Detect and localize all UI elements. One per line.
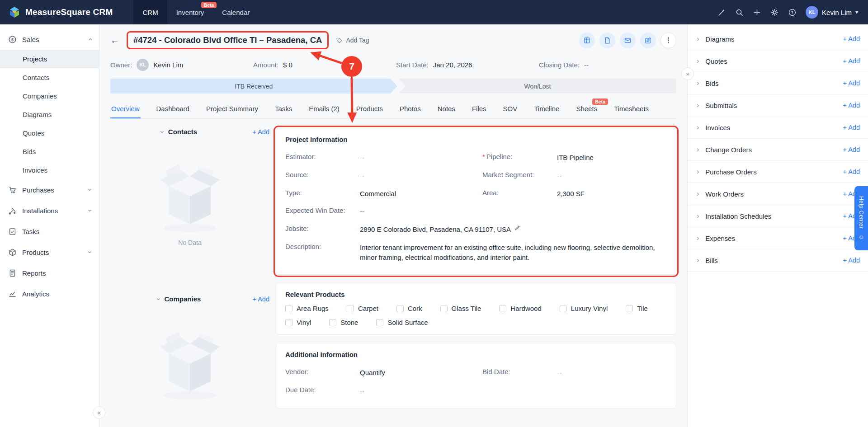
start-date-value[interactable]: Jan 20, 2026 xyxy=(433,61,472,69)
field-value[interactable]: ITB Pipeline xyxy=(557,153,594,163)
tab-notes[interactable]: Notes xyxy=(437,100,456,118)
nav-crm[interactable]: CRM xyxy=(133,0,167,24)
panel-row-diagrams[interactable]: ›Diagrams+ Add xyxy=(688,28,868,50)
add-company-button[interactable]: + Add xyxy=(253,296,270,303)
more-options-button[interactable] xyxy=(660,33,676,48)
checkbox-cork[interactable]: Cork xyxy=(396,305,422,312)
checkbox-vinyl[interactable]: Vinyl xyxy=(285,319,311,326)
amount-value[interactable]: $ 0 xyxy=(283,61,292,69)
sidebar-item-companies[interactable]: Companies xyxy=(0,87,99,105)
field-value[interactable]: Interior tenant improvement for an exist… xyxy=(360,243,667,263)
add-bid-button[interactable]: + Add xyxy=(843,80,860,87)
panel-row-expenses[interactable]: ›Expenses+ Add xyxy=(688,227,868,249)
sidebar-item-contacts[interactable]: Contacts xyxy=(0,68,99,87)
chevron-down-icon[interactable]: › xyxy=(159,131,166,133)
chevron-down-icon[interactable]: › xyxy=(155,298,162,300)
field-value[interactable]: -- xyxy=(557,171,561,181)
checkbox-area-rugs[interactable]: Area Rugs xyxy=(285,305,329,312)
add-bill-button[interactable]: + Add xyxy=(843,257,860,264)
panel-row-installation-schedules[interactable]: ›Installation Schedules+ Add xyxy=(688,205,868,227)
sidebar-item-bids[interactable]: Bids xyxy=(0,142,99,161)
tab-tasks[interactable]: Tasks xyxy=(274,100,293,118)
checkbox-tile[interactable]: Tile xyxy=(626,305,648,312)
help-center-tab[interactable]: Help Center ☺ xyxy=(854,186,868,250)
add-quote-button[interactable]: + Add xyxy=(843,57,860,65)
back-arrow-icon[interactable]: ← xyxy=(110,35,119,46)
chevron-right-icon[interactable]: › xyxy=(697,123,699,131)
sidebar-section-installations[interactable]: Installations › xyxy=(0,200,99,221)
panel-row-quotes[interactable]: ›Quotes+ Add xyxy=(688,50,868,72)
sidebar-section-sales[interactable]: $ Sales › xyxy=(0,29,99,50)
chevron-right-icon[interactable]: › xyxy=(697,212,699,220)
tab-sheets[interactable]: SheetsBeta xyxy=(575,100,598,118)
compose-button[interactable] xyxy=(640,33,656,48)
tab-files[interactable]: Files xyxy=(471,100,487,118)
add-invoice-button[interactable]: + Add xyxy=(843,124,860,131)
sidebar-item-diagrams[interactable]: Diagrams xyxy=(0,105,99,124)
field-value[interactable]: 2,300 SF xyxy=(557,189,585,199)
mail-button[interactable] xyxy=(620,33,636,48)
diagram-button[interactable] xyxy=(579,33,595,48)
tab-overview[interactable]: Overview xyxy=(110,100,141,118)
sidebar-section-tasks[interactable]: Tasks xyxy=(0,221,99,242)
tab-photos[interactable]: Photos xyxy=(399,100,422,118)
field-value[interactable]: -- xyxy=(360,206,364,216)
add-submittal-button[interactable]: + Add xyxy=(843,102,860,109)
nav-inventory[interactable]: Inventory Beta xyxy=(167,0,213,24)
sidebar-section-reports[interactable]: Reports xyxy=(0,263,99,283)
field-value[interactable]: -- xyxy=(557,368,561,378)
field-value[interactable]: Quantify xyxy=(360,368,385,378)
search-icon[interactable] xyxy=(735,8,744,17)
sidebar-section-products[interactable]: Products › xyxy=(0,242,99,263)
checkbox-luxury-vinyl[interactable]: Luxury Vinyl xyxy=(560,305,608,312)
tab-dashboard[interactable]: Dashboard xyxy=(156,100,190,118)
tab-emails[interactable]: Emails (2) xyxy=(308,100,340,118)
add-diagram-button[interactable]: + Add xyxy=(843,35,860,42)
sidebar-section-analytics[interactable]: Analytics xyxy=(0,283,99,304)
chevron-right-icon[interactable]: › xyxy=(697,57,699,65)
panel-row-change-orders[interactable]: ›Change Orders+ Add xyxy=(688,139,868,161)
magic-wand-icon[interactable] xyxy=(717,8,726,17)
chevron-right-icon[interactable]: › xyxy=(697,145,699,154)
sidebar-item-invoices[interactable]: Invoices xyxy=(0,161,99,179)
panel-row-bills[interactable]: ›Bills+ Add xyxy=(688,249,868,272)
add-contact-button[interactable]: + Add xyxy=(252,128,269,136)
field-value[interactable]: Commercial xyxy=(360,189,396,199)
sidebar-item-projects[interactable]: Projects xyxy=(0,50,99,68)
field-value[interactable]: 2890 E Colorado Blvd, Pasadena, CA 91107… xyxy=(360,225,511,235)
collapse-sidebar-button[interactable]: « xyxy=(93,406,105,419)
add-purchase-order-button[interactable]: + Add xyxy=(843,168,860,175)
tab-timesheets[interactable]: Timesheets xyxy=(613,100,650,118)
user-menu[interactable]: KL Kevin Lim ▾ xyxy=(806,6,858,19)
checkbox-solid-surface[interactable]: Solid Surface xyxy=(376,319,428,326)
tab-sov[interactable]: SOV xyxy=(502,100,519,118)
gear-icon[interactable] xyxy=(770,8,779,17)
checkbox-stone[interactable]: Stone xyxy=(329,319,358,326)
field-value[interactable]: -- xyxy=(360,153,364,163)
nav-calendar[interactable]: Calendar xyxy=(213,0,259,24)
chevron-right-icon[interactable]: › xyxy=(697,168,699,176)
chevron-right-icon[interactable]: › xyxy=(697,101,699,109)
checkbox-glass-tile[interactable]: Glass Tile xyxy=(440,305,481,312)
field-value[interactable]: -- xyxy=(360,386,364,396)
field-value[interactable]: -- xyxy=(360,171,364,181)
add-change-order-button[interactable]: + Add xyxy=(843,146,860,153)
add-tag-button[interactable]: Add Tag xyxy=(336,37,369,44)
edit-jobsite-button[interactable] xyxy=(514,225,521,232)
stage-won-lost[interactable]: Won/Lost xyxy=(399,79,676,94)
checkbox-hardwood[interactable]: Hardwood xyxy=(499,305,541,312)
tab-products[interactable]: Products xyxy=(355,100,384,118)
closing-date-value[interactable]: -- xyxy=(584,61,589,69)
document-button[interactable] xyxy=(599,33,615,48)
panel-row-work-orders[interactable]: ›Work Orders+ Add xyxy=(688,183,868,205)
chevron-right-icon[interactable]: › xyxy=(697,190,699,198)
expand-panel-button[interactable]: » xyxy=(681,67,694,80)
chevron-right-icon[interactable]: › xyxy=(697,234,699,242)
checkbox-carpet[interactable]: Carpet xyxy=(347,305,378,312)
tab-timeline[interactable]: Timeline xyxy=(533,100,560,118)
chevron-right-icon[interactable]: › xyxy=(697,79,699,87)
panel-row-purchase-orders[interactable]: ›Purchase Orders+ Add xyxy=(688,161,868,183)
panel-row-bids[interactable]: ›Bids+ Add xyxy=(688,72,868,94)
stage-itb-received[interactable]: ITB Received xyxy=(110,79,397,94)
tab-project-summary[interactable]: Project Summary xyxy=(205,100,259,118)
